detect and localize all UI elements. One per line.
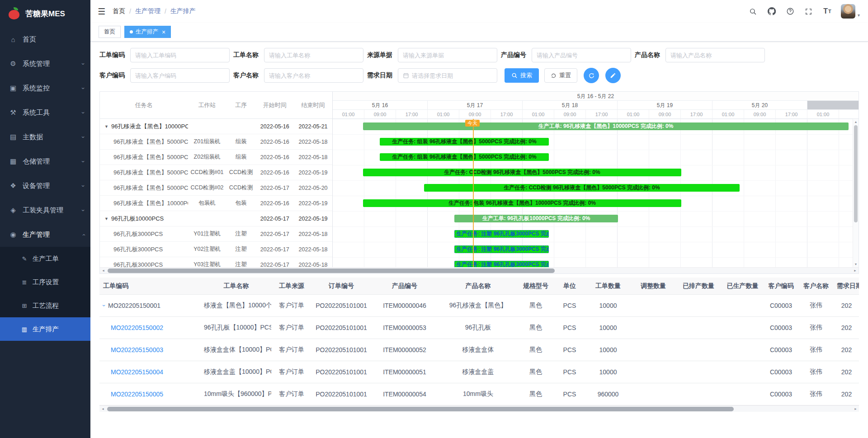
github-icon[interactable]: [767, 6, 777, 16]
filter-input[interactable]: [403, 52, 492, 59]
order-row[interactable]: MO202205150004移液盒盒盖【10000】PCS客户订单PO20220…: [99, 361, 859, 383]
sidebar-item[interactable]: ▦仓储管理›: [0, 149, 90, 174]
filter-input[interactable]: [537, 52, 626, 59]
scroll-right-icon[interactable]: ►: [852, 269, 859, 272]
order-code-link[interactable]: MO202205150002: [111, 324, 163, 331]
orders-horizontal-scrollbar[interactable]: ◄ ►: [99, 405, 859, 412]
gantt-bar[interactable]: 生产任务: 包装 96孔移液盒【黑色】10000PCS 完成比例: 0%: [363, 199, 681, 207]
breadcrumb-item[interactable]: 首页: [113, 7, 125, 15]
expand-caret-icon[interactable]: ›: [101, 305, 107, 306]
breadcrumb-item[interactable]: 生产管理: [135, 7, 160, 15]
avatar[interactable]: [841, 4, 855, 19]
scroll-left-icon[interactable]: ◄: [100, 269, 107, 272]
filter-input[interactable]: [412, 72, 492, 79]
gantt-task-row[interactable]: 96孔移液盒【黑色】5000PCSZ01组装机组装2022-05-162022-…: [100, 134, 332, 150]
font-size-icon[interactable]: TT: [822, 6, 832, 16]
order-code-link[interactable]: MO202205150003: [111, 346, 163, 353]
order-row[interactable]: MO202205150003移液盒盒体【10000】PCS客户订单PO20220…: [99, 339, 859, 361]
scrollbar-thumb[interactable]: [854, 125, 858, 222]
sidebar-subitem[interactable]: ✎生产工单: [0, 247, 90, 270]
order-row[interactable]: MO20220515000510mm吸头【960000】PCS客户订单PO202…: [99, 383, 859, 405]
sidebar-item[interactable]: ▣系统监控›: [0, 76, 90, 100]
filter-input[interactable]: [135, 72, 225, 79]
tab-item[interactable]: 首页: [99, 26, 121, 38]
app-logo[interactable]: 苦糖果MES: [0, 0, 90, 27]
order-code-link[interactable]: MO202205150001: [108, 302, 160, 309]
scroll-right-icon[interactable]: ►: [852, 407, 859, 410]
work-orders-table: 工单编码工单名称工单来源订单编号产品编号产品名称规格型号单位工单数量调整数量已排…: [99, 278, 859, 405]
text-input[interactable]: [665, 48, 765, 62]
gantt-bar[interactable]: 生产任务: 注塑 96孔孔板3000PCS 完成比例: 0%: [454, 230, 549, 238]
fullscreen-icon[interactable]: [804, 6, 814, 16]
scroll-down-icon[interactable]: ▼: [854, 261, 858, 267]
orders-column-header: 单位: [554, 282, 585, 290]
gantt-task-row[interactable]: ▼96孔移液盒【黑色】10000PCS2022-05-162022-05-21: [100, 119, 332, 134]
gantt-horizontal-scrollbar[interactable]: ◄ ►: [100, 267, 859, 273]
tab-item[interactable]: 生产排产×: [124, 26, 171, 38]
collapse-caret-icon[interactable]: ▼: [104, 124, 108, 129]
gantt-bar[interactable]: 生产任务: CCD检测 96孔移液盒【黑色】5000PCS 完成比例: 0%: [424, 184, 740, 192]
sidebar-toggle-icon[interactable]: ☰: [98, 6, 105, 17]
gantt-task-row[interactable]: ▼96孔孔板10000PCS2022-05-172022-05-19: [100, 211, 332, 226]
scrollbar-track[interactable]: [106, 406, 852, 412]
gantt-task-row[interactable]: 96孔移液盒【黑色】5000PCSZ02组装机组装2022-05-162022-…: [100, 150, 332, 165]
text-input[interactable]: [130, 48, 230, 62]
sidebar-item[interactable]: ▤主数据›: [0, 125, 90, 149]
search-button[interactable]: 搜索: [505, 68, 539, 83]
gantt-bar[interactable]: 生产任务: 组装 96孔移液盒【黑色】5000PCS 完成比例: 0%: [380, 138, 549, 146]
gantt-vertical-scrollbar[interactable]: ▲ ▼: [853, 119, 859, 267]
tab-close-icon[interactable]: ×: [162, 29, 165, 35]
scrollbar-thumb[interactable]: [107, 407, 734, 411]
search-icon[interactable]: [748, 6, 758, 16]
filter-input[interactable]: [135, 52, 225, 59]
breadcrumb-item[interactable]: 生产排产: [170, 7, 196, 15]
collapse-caret-icon[interactable]: ▼: [104, 217, 108, 221]
scroll-up-icon[interactable]: ▲: [854, 119, 858, 125]
order-row[interactable]: MO20220515000296孔孔板【10000】PCS客户订单PO20220…: [99, 317, 859, 339]
filter-input[interactable]: [269, 72, 359, 79]
gantt-bar[interactable]: 生产工单: 96孔移液盒【黑色】10000PCS 完成比例: 0%: [363, 122, 849, 130]
date-input[interactable]: [398, 68, 497, 83]
sidebar-item[interactable]: ⚒系统工具›: [0, 100, 90, 125]
task-name-text: 96孔孔板3000PCS: [113, 261, 163, 268]
user-menu[interactable]: ▾: [841, 4, 860, 19]
sidebar-item[interactable]: ⚙系统管理›: [0, 52, 90, 76]
gantt-bar[interactable]: 生产任务: 注塑 96孔孔板3000PCS 完成比例: 0%: [454, 245, 549, 253]
refresh-button[interactable]: [584, 68, 599, 83]
text-input[interactable]: [398, 48, 497, 62]
sidebar-item[interactable]: ⌂首页: [0, 27, 90, 52]
help-icon[interactable]: [785, 6, 795, 16]
text-input[interactable]: [532, 48, 631, 62]
gantt-task-row[interactable]: 96孔移液盒【黑色】10000PCS包装机包装2022-05-162022-05…: [100, 196, 332, 211]
gantt-task-row[interactable]: 96孔孔板3000PCSY01注塑机注塑2022-05-172022-05-18: [100, 226, 332, 242]
text-input[interactable]: [130, 68, 230, 83]
sidebar-subitem[interactable]: ≣工序设置: [0, 270, 90, 294]
scrollbar-thumb[interactable]: [108, 268, 555, 273]
gantt-task-row[interactable]: 96孔移液盒【黑色】5000PCSCCD检测#01CCD检测2022-05-16…: [100, 165, 332, 180]
sidebar-subitem[interactable]: ⊞工艺流程: [0, 294, 90, 317]
home-icon: ⌂: [9, 36, 17, 43]
text-input[interactable]: [264, 48, 363, 62]
scroll-left-icon[interactable]: ◄: [99, 407, 106, 410]
reset-button[interactable]: 重置: [544, 68, 577, 83]
gantt-task-row[interactable]: 96孔孔板3000PCSY02注塑机注塑2022-05-172022-05-18: [100, 242, 332, 257]
sidebar-item[interactable]: ◉生产管理›: [0, 222, 90, 247]
filter-field: 客户编码: [99, 68, 230, 83]
sidebar-item[interactable]: ❖设备管理›: [0, 174, 90, 198]
gantt-bar[interactable]: 生产任务: 组装 96孔移液盒【黑色】5000PCS 完成比例: 0%: [380, 153, 549, 161]
gantt-bar[interactable]: 生产任务: CCD检测 96孔移液盒【黑色】5000PCS 完成比例: 0%: [363, 169, 681, 176]
edit-button[interactable]: [605, 68, 621, 83]
order-row[interactable]: ›MO202205150001移液盒【黑色】10000个客户订单PO202205…: [99, 295, 859, 317]
filter-input[interactable]: [670, 52, 760, 59]
order-code-link[interactable]: MO202205150004: [111, 368, 163, 376]
order-code-link[interactable]: MO202205150005: [111, 391, 163, 398]
gantt-bar[interactable]: 生产工单: 96孔孔板10000PCS 完成比例: 0%: [454, 215, 618, 222]
gantt-task-row[interactable]: 96孔孔板3000PCSY03注塑机注塑2022-05-172022-05-18: [100, 257, 332, 267]
gantt-bar[interactable]: 生产任务: 注塑 96孔孔板3000PCS 完成比例: 0%: [454, 261, 549, 267]
scrollbar-track[interactable]: [107, 268, 852, 274]
gantt-task-row[interactable]: 96孔移液盒【黑色】5000PCSCCD检测#02CCD检测2022-05-17…: [100, 180, 332, 196]
sidebar-subitem[interactable]: ▥生产排产: [0, 317, 90, 341]
text-input[interactable]: [264, 68, 363, 83]
sidebar-item[interactable]: ◈工装夹具管理›: [0, 198, 90, 222]
filter-input[interactable]: [269, 52, 359, 59]
